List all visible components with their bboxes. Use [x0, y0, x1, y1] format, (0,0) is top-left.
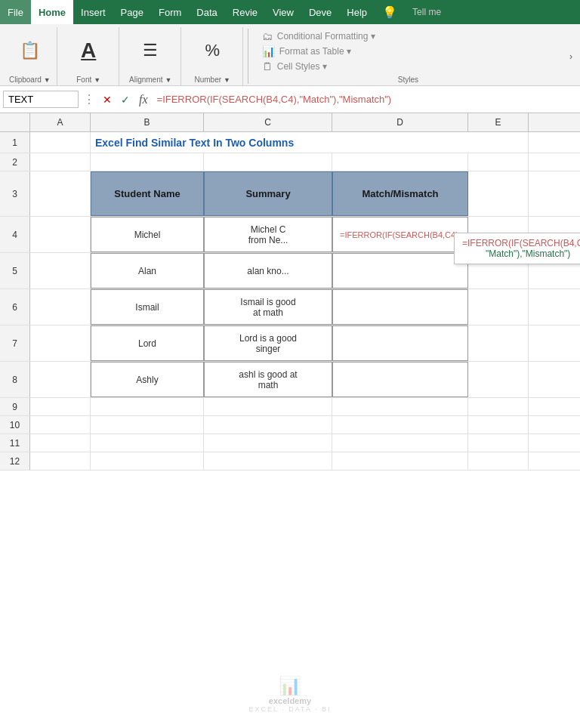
cell-c9[interactable]	[204, 398, 332, 415]
cell-a6[interactable]	[30, 289, 91, 325]
cell-c4[interactable]: Michel Cfrom Ne...	[204, 217, 332, 252]
alignment-dropdown-icon[interactable]: ▼	[165, 76, 172, 84]
font-button[interactable]: A	[72, 38, 105, 65]
alignment-button[interactable]: ☰	[134, 40, 167, 63]
cell-c11[interactable]	[204, 434, 332, 452]
cancel-formula-button[interactable]: ✕	[100, 92, 115, 107]
cell-c12[interactable]	[204, 452, 332, 470]
font-dropdown-icon[interactable]: ▼	[94, 76, 100, 84]
menu-review[interactable]: Revie	[225, 0, 265, 24]
cell-e9[interactable]	[468, 398, 529, 415]
clipboard-dropdown-icon[interactable]: ▼	[44, 76, 51, 84]
column-headers: A B C D E	[0, 113, 580, 132]
cell-d8[interactable]	[332, 362, 468, 397]
cell-a12[interactable]	[30, 452, 91, 470]
cell-a8[interactable]	[30, 362, 91, 397]
cell-d10[interactable]	[332, 416, 468, 433]
menu-page[interactable]: Page	[113, 0, 151, 24]
cell-b6[interactable]: Ismail	[91, 289, 204, 325]
col-header-d[interactable]: D	[332, 113, 468, 131]
confirm-formula-button[interactable]: ✓	[118, 92, 133, 107]
cell-b3[interactable]: Student Name	[91, 171, 204, 216]
number-dropdown-icon[interactable]: ▼	[224, 76, 230, 84]
cell-c6[interactable]: Ismail is goodat math	[204, 289, 332, 325]
menu-help[interactable]: Help	[339, 0, 375, 24]
cell-e12[interactable]	[468, 452, 529, 470]
cell-a7[interactable]	[30, 325, 91, 361]
col-header-e[interactable]: E	[468, 113, 529, 131]
col-header-a[interactable]: A	[30, 113, 91, 131]
cell-styles-button[interactable]: 🗒 Cell Styles ▾	[259, 59, 557, 74]
cell-e8[interactable]	[468, 362, 529, 397]
cell-b1[interactable]: Excel Find Similar Text In Two Columns	[91, 132, 529, 153]
cell-a3[interactable]	[30, 171, 91, 216]
col-header-b[interactable]: B	[91, 113, 204, 131]
cell-b5[interactable]: Alan	[91, 253, 204, 288]
cell-d5[interactable]	[332, 253, 468, 288]
cell-d11[interactable]	[332, 434, 468, 452]
cell-b4[interactable]: Michel	[91, 217, 204, 252]
cell-a9[interactable]	[30, 398, 91, 415]
ribbon-group-alignment: ☰ Alignment ▼	[121, 27, 181, 85]
name-box[interactable]	[3, 91, 79, 108]
row-header-11: 11	[0, 434, 30, 452]
number-button[interactable]: %	[196, 40, 229, 63]
menu-tell-me[interactable]: Tell me	[405, 0, 449, 24]
cell-b10[interactable]	[91, 416, 204, 433]
cell-a11[interactable]	[30, 434, 91, 452]
cell-a10[interactable]	[30, 416, 91, 433]
menu-data[interactable]: Data	[189, 0, 224, 24]
fx-icon[interactable]: fx	[136, 91, 151, 108]
cell-d9[interactable]	[332, 398, 468, 415]
formula-divider-icon: ⋮	[82, 92, 97, 106]
cell-e2[interactable]	[468, 153, 529, 171]
menu-file[interactable]: File	[0, 0, 31, 24]
menu-insert[interactable]: Insert	[73, 0, 113, 24]
cell-e7[interactable]	[468, 325, 529, 361]
cell-a5[interactable]	[30, 253, 91, 288]
cell-e3[interactable]	[468, 171, 529, 216]
conditional-formatting-label: Conditional Formatting ▾	[277, 31, 375, 42]
conditional-formatting-button[interactable]: 🗂 Conditional Formatting ▾	[259, 29, 557, 44]
cell-c3[interactable]: Summary	[204, 171, 332, 216]
conditional-formatting-icon: 🗂	[262, 30, 273, 42]
ribbon: 📋 Clipboard ▼ A Font ▼	[0, 24, 580, 86]
cell-e11[interactable]	[468, 434, 529, 452]
cell-d2[interactable]	[332, 153, 468, 171]
cell-a1[interactable]	[30, 132, 91, 153]
cell-e10[interactable]	[468, 416, 529, 433]
cell-b8[interactable]: Ashly	[91, 362, 204, 397]
menu-view[interactable]: View	[265, 0, 301, 24]
format-as-table-button[interactable]: 📊 Format as Table ▾	[259, 44, 557, 59]
cell-c5[interactable]: alan kno...	[204, 253, 332, 288]
cell-a4[interactable]	[30, 217, 91, 252]
formula-input[interactable]: =IFERROR(IF(SEARCH(B4,C4),"Match"),"Mism…	[154, 94, 577, 105]
clipboard-button[interactable]: 📋	[13, 40, 46, 63]
cell-c8[interactable]: ashl is good atmath	[204, 362, 332, 397]
ribbon-expander[interactable]: ›	[565, 27, 577, 85]
cell-c7[interactable]: Lord is a goodsinger	[204, 325, 332, 361]
cell-b7[interactable]: Lord	[91, 325, 204, 361]
cell-b11[interactable]	[91, 434, 204, 452]
cell-styles-icon: 🗒	[262, 60, 273, 72]
cell-d7[interactable]	[332, 325, 468, 361]
cell-b9[interactable]	[91, 398, 204, 415]
table-row: 1 Excel Find Similar Text In Two Columns	[0, 132, 580, 153]
cell-d3[interactable]: Match/Mismatch	[332, 171, 468, 216]
clipboard-icon: 📋	[20, 42, 40, 59]
cell-c10[interactable]	[204, 416, 332, 433]
menu-developer[interactable]: Deve	[301, 0, 339, 24]
cell-b2[interactable]	[91, 153, 204, 171]
cell-c2[interactable]	[204, 153, 332, 171]
menu-form[interactable]: Form	[151, 0, 189, 24]
col-header-c[interactable]: C	[204, 113, 332, 131]
cell-b12[interactable]	[91, 452, 204, 470]
menu-home[interactable]: Home	[31, 0, 73, 24]
cell-d6[interactable]	[332, 289, 468, 325]
row-header-12: 12	[0, 452, 30, 470]
cell-a2[interactable]	[30, 153, 91, 171]
cell-d4[interactable]: =IFERROR(IF(SEARCH(B4,C4), =IFERROR(IF(S…	[332, 217, 468, 252]
cell-d12[interactable]	[332, 452, 468, 470]
clipboard-label: Clipboard	[9, 76, 42, 84]
cell-e6[interactable]	[468, 289, 529, 325]
